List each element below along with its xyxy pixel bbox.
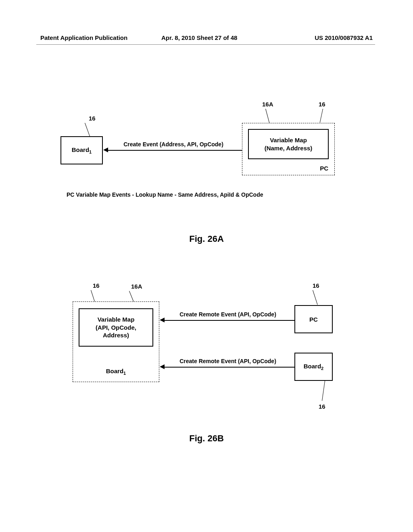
arrowhead-b2	[160, 364, 165, 369]
header-center: Apr. 8, 2010 Sheet 27 of 48	[161, 34, 237, 41]
arrowhead-b1	[160, 318, 165, 322]
board2-box-b: Board2	[294, 353, 333, 381]
varmap-line1-b: Variable Map	[98, 316, 135, 324]
board2-label-b: Board2	[304, 363, 323, 371]
fig-label-a: Fig. 26A	[0, 234, 413, 244]
header-divider	[36, 44, 375, 45]
leader-line	[322, 381, 325, 401]
varmap-line2-a: (Name, Address)	[265, 144, 313, 152]
pc-label-a: PC	[320, 165, 328, 172]
ref-varmap-a: 16A	[262, 101, 273, 108]
arrow2-line-b	[165, 367, 294, 368]
varmap-box-b: Variable Map (API, OpCode, Address)	[79, 308, 153, 347]
board1-label-b: Board1	[73, 368, 159, 376]
caption-a: PC Variable Map Events - Lookup Name - S…	[67, 191, 413, 198]
arrow2-text-b: Create Remote Event (API, OpCode)	[165, 358, 290, 364]
ref-pc-a: 16	[319, 101, 325, 108]
varmap-line3-b: Address)	[103, 331, 129, 339]
leader-line	[85, 123, 90, 136]
fig-label-b: Fig. 26B	[0, 433, 413, 444]
leader-line	[320, 109, 323, 123]
ref-board-a: 16	[89, 115, 96, 122]
varmap-line2-b: (API, OpCode,	[96, 324, 136, 332]
ref-board1-b: 16	[93, 282, 100, 289]
leader-line	[91, 290, 95, 302]
header-right: US 2010/0087932 A1	[315, 34, 373, 41]
pc-box-b: PC	[294, 305, 333, 333]
header-left: Patent Application Publication	[40, 34, 127, 41]
board1-label-a: Board1	[72, 146, 92, 154]
board1-box-a: Board1	[60, 136, 103, 164]
ref-board2-b: 16	[319, 403, 325, 410]
varmap-box-a: Variable Map (Name, Address)	[248, 129, 329, 159]
arrow-text-a: Create Event (Address, API, OpCode)	[111, 141, 236, 148]
leader-line	[313, 290, 318, 305]
arrow1-text-b: Create Remote Event (API, OpCode)	[165, 311, 290, 318]
ref-varmap-b: 16A	[131, 283, 142, 290]
arrowhead-a	[103, 148, 108, 152]
ref-pc-b: 16	[313, 282, 319, 289]
varmap-line1-a: Variable Map	[270, 136, 307, 144]
arrow-line-a	[108, 150, 242, 151]
arrow1-line-b	[165, 320, 294, 321]
pc-label-b: PC	[309, 316, 318, 323]
